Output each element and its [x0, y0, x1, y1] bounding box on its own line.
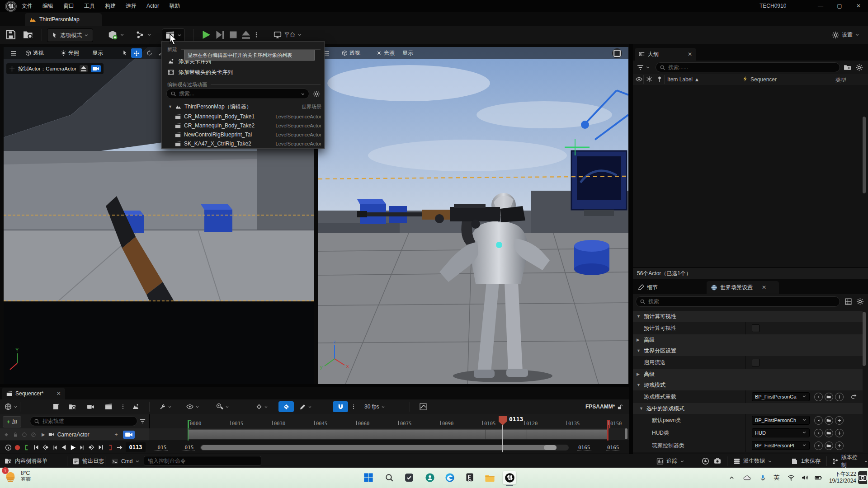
- previous-key-button[interactable]: [41, 443, 50, 452]
- expand-arrow[interactable]: ▼: [168, 104, 172, 109]
- volume-icon[interactable]: [800, 473, 809, 482]
- step-back-button[interactable]: [50, 443, 59, 452]
- use-asset-icon[interactable]: [814, 416, 823, 425]
- chevron-down-icon[interactable]: [646, 65, 650, 70]
- play-forward-button[interactable]: [69, 443, 78, 452]
- tab-world-settings[interactable]: 世界场景设置 ✕: [707, 281, 779, 294]
- close-icon[interactable]: ✕: [57, 390, 61, 397]
- menu-7[interactable]: Actor: [145, 0, 161, 12]
- details-section[interactable]: ▼游戏模式: [633, 380, 863, 391]
- details-section[interactable]: ▶高级: [633, 334, 863, 346]
- menu-1[interactable]: 文件: [20, 0, 34, 12]
- next-key-button[interactable]: [87, 443, 96, 452]
- checkbox[interactable]: [752, 359, 760, 366]
- outliner-search-input[interactable]: 搜索......: [656, 62, 840, 72]
- track-search-input[interactable]: 搜索轨道: [30, 416, 137, 426]
- menu-tree-root[interactable]: ▼ ThirdPersonMap（编辑器） 世界场景: [168, 102, 321, 111]
- timeline-ruler[interactable]: 0000001500300045006000750090010501200135…: [149, 414, 629, 429]
- perspective-dropdown[interactable]: 透视: [25, 49, 44, 57]
- add-section-plus[interactable]: +: [114, 432, 118, 438]
- details-section[interactable]: ▶高级: [633, 369, 863, 380]
- details-section[interactable]: ▼预计算可视性: [633, 311, 863, 322]
- display-grid-icon[interactable]: [844, 298, 852, 305]
- class-select-dropdown[interactable]: BP_FirstPersonCh: [752, 416, 810, 425]
- move-tool-icon[interactable]: [131, 48, 142, 58]
- expand-arrow[interactable]: ▶: [637, 372, 642, 376]
- timeline-scrollbar-handle[interactable]: [544, 445, 557, 450]
- visibility-column-eye-icon[interactable]: [636, 76, 642, 83]
- insights-record-icon[interactable]: [702, 457, 709, 465]
- timeline-scrollbar-thumb[interactable]: [201, 445, 557, 450]
- browse-asset-icon[interactable]: [825, 416, 833, 425]
- platforms-dropdown[interactable]: 平台: [273, 28, 302, 41]
- sequence-tools-dots[interactable]: [120, 401, 126, 412]
- expand-arrow[interactable]: ▼: [637, 383, 642, 387]
- menu-4[interactable]: 工具: [82, 0, 97, 12]
- maximize-button[interactable]: ▢: [830, 0, 849, 12]
- browse-content-button[interactable]: [23, 29, 34, 40]
- tab-thirdpersonmap[interactable]: ThirdPersonMap: [25, 13, 102, 26]
- close-icon[interactable]: ✕: [762, 284, 766, 291]
- outliner-scrollbar[interactable]: [863, 117, 866, 193]
- filter-icon[interactable]: [637, 64, 644, 71]
- create-asset-icon[interactable]: [835, 416, 844, 425]
- viewport-main[interactable]: z y x 透视 光照 显示: [318, 47, 628, 384]
- browse-asset-icon[interactable]: [825, 441, 833, 450]
- lane-vertical-scrollbar[interactable]: [625, 428, 627, 439]
- select-tool-icon[interactable]: [119, 48, 130, 58]
- eject-button[interactable]: [241, 29, 251, 40]
- keyframe-options-dropdown[interactable]: [256, 401, 268, 412]
- menu-6[interactable]: 选择: [124, 0, 138, 12]
- save-sequence-button[interactable]: [52, 401, 60, 412]
- track-lane[interactable]: [149, 428, 629, 441]
- taskbar-app-teal[interactable]: [423, 471, 437, 484]
- tab-sequencer[interactable]: Sequencer* ✕: [2, 388, 65, 399]
- console-command-input[interactable]: 输入控制台命令: [144, 456, 261, 466]
- create-asset-icon[interactable]: [835, 429, 844, 437]
- minimize-button[interactable]: —: [811, 0, 830, 12]
- play-options-dots-icon[interactable]: [253, 29, 259, 40]
- create-camera-button[interactable]: [87, 401, 94, 412]
- menu-item-add-sequence-with-camera[interactable]: 添加带镜头的关卡序列: [167, 67, 321, 78]
- expand-arrow[interactable]: ▼: [637, 348, 642, 353]
- file-explorer-icon[interactable]: [483, 471, 496, 484]
- eject-pilot-button[interactable]: [80, 65, 88, 72]
- details-section[interactable]: ▼选中的游戏模式: [633, 403, 863, 414]
- set-end-bracket-button[interactable]: [106, 443, 115, 452]
- output-log-button[interactable]: 输出日志: [72, 454, 104, 468]
- tray-chevron-up-icon[interactable]: [727, 473, 736, 482]
- create-asset-icon[interactable]: [835, 441, 844, 450]
- taskbar-weather-widget[interactable]: 1 8°C 雾霾: [4, 469, 31, 483]
- tab-outliner[interactable]: 大纲 ✕: [635, 48, 696, 61]
- step-forward-button[interactable]: [78, 443, 87, 452]
- unlocked-icon[interactable]: [617, 404, 623, 410]
- start-button[interactable]: [362, 471, 375, 484]
- menu-3[interactable]: 窗口: [61, 0, 76, 12]
- track-row-cameraactor[interactable]: ▶ CameraActor +: [0, 428, 149, 441]
- derived-data-dropdown[interactable]: 派生数据: [733, 454, 772, 468]
- column-type[interactable]: 类型: [835, 76, 846, 84]
- lit-dropdown[interactable]: 光照: [61, 49, 79, 57]
- details-scrollbar[interactable]: [863, 312, 866, 366]
- select-mode-dropdown[interactable]: 选项模式: [47, 28, 93, 42]
- screenshot-icon[interactable]: [713, 457, 722, 465]
- playhead-line[interactable]: [502, 425, 503, 452]
- perspective-dropdown[interactable]: 透视: [342, 49, 360, 57]
- menu-5[interactable]: 构建: [103, 0, 118, 12]
- sequence-tools-button[interactable]: [105, 401, 112, 412]
- use-asset-icon[interactable]: [814, 429, 823, 437]
- menu-settings-gear-icon[interactable]: [313, 90, 320, 98]
- browse-asset-icon[interactable]: [825, 429, 833, 437]
- blueprints-dropdown[interactable]: [136, 28, 151, 41]
- playback-info-button[interactable]: [4, 443, 13, 452]
- working-range-end-field[interactable]: 0165: [606, 445, 620, 451]
- camera-lock-toggle[interactable]: [123, 431, 135, 439]
- expand-arrow[interactable]: ▶: [637, 338, 642, 342]
- use-asset-icon[interactable]: [814, 441, 823, 450]
- menu-sequence-item[interactable]: SK_KA47_X_CtrlRig_Take2LevelSequenceActo…: [175, 139, 321, 148]
- set-start-bracket-button[interactable]: [22, 443, 31, 452]
- save-button[interactable]: [5, 29, 16, 40]
- curve-editor-button[interactable]: [420, 401, 427, 412]
- class-select-dropdown[interactable]: BP_FirstPersonPl: [752, 441, 810, 450]
- unreal-engine-icon[interactable]: [503, 471, 516, 484]
